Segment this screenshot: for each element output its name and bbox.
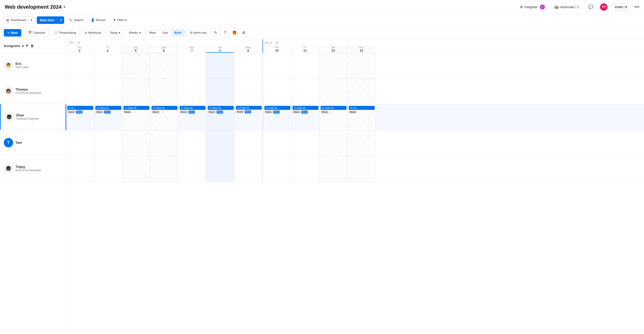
shan-tue8[interactable]: ◎ Daily M... ◎ Daily Meeting Blank 8h/d (207, 104, 235, 130)
eric-wed9[interactable] (234, 53, 262, 78)
settings-button[interactable]: ⚙ (240, 29, 248, 37)
shan-task-thu10[interactable]: ◎ Daily M... (264, 106, 290, 110)
new-item-label[interactable]: New item (37, 16, 58, 24)
teamboard-selector[interactable]: ⊞ Teamboard ... ▾ (4, 17, 35, 24)
invite-button[interactable]: Invite / 8 (611, 4, 631, 10)
day-sun13[interactable]: Sun 13 (347, 46, 376, 52)
day-fri4[interactable]: Fri 4 (94, 46, 122, 53)
day-wed9[interactable]: Wed 9 (234, 46, 262, 53)
trippy-thu10[interactable] (263, 156, 291, 182)
integrate-logo (540, 4, 545, 10)
assignees-filter-icon[interactable]: ⚑ (26, 44, 28, 48)
user-avatar[interactable]: TT (600, 3, 608, 11)
week42-group: Oct ● 42 Thu 10 Fri 11 Sat 12 (263, 39, 376, 53)
eric-mon7[interactable] (178, 53, 206, 78)
clock-icon: 🕐 (54, 31, 58, 34)
shan-thu10[interactable]: ◎ Daily M... Blank 8h/d (264, 104, 292, 130)
sub-view-button[interactable]: Sub (159, 29, 171, 36)
shan-sun6[interactable]: ◎ Daily M... Blank ⚠ (150, 104, 179, 130)
new-item-button[interactable]: New item ▾ (37, 16, 64, 24)
shan-task-sat5[interactable]: ◎ Daily M... (124, 106, 150, 110)
timetracking-button[interactable]: 🕐 Timetracking (50, 29, 80, 36)
thomas-thu10[interactable] (263, 79, 291, 104)
trippy-fri4[interactable] (94, 156, 122, 182)
weeks-button[interactable]: Weeks ▾ (125, 29, 144, 36)
shan-task-mon7[interactable]: ◎ Daily M... (180, 106, 206, 110)
trippy-tue8[interactable] (206, 156, 234, 182)
tam-fri11[interactable] (291, 130, 319, 156)
eric-sat12 (319, 53, 347, 78)
hours-tag: 8h/d (76, 110, 82, 114)
day-thu10[interactable]: Thu 10 (263, 46, 291, 52)
trippy-thu3[interactable] (66, 156, 94, 182)
title-chevron-icon[interactable]: ▾ (64, 5, 65, 9)
shan-task-fri4[interactable]: ◎ Daily M... (95, 106, 121, 110)
workload-button[interactable]: ◎ Workload (81, 29, 105, 36)
day-sat12[interactable]: Sat 12 (319, 46, 347, 52)
shan-thu3[interactable]: ◎ M... Blank 8h/d (66, 104, 94, 130)
tam-tue8[interactable] (206, 130, 234, 156)
day-sun6[interactable]: Sun 6 (150, 46, 178, 53)
chat-button[interactable]: 💬 (586, 3, 596, 11)
shan-task-fri11[interactable]: ◎ Daily M... (292, 106, 318, 110)
items-box-button[interactable]: ⊟ Items box (186, 29, 210, 36)
warn-tag4: ⚠ (160, 110, 164, 114)
new-button[interactable]: + New (4, 29, 21, 36)
shan-task-wed9[interactable]: ••• Daily M... (236, 106, 262, 110)
eric-tue8[interactable] (206, 53, 234, 78)
new-item-arrow-icon[interactable]: ▾ (58, 16, 64, 24)
shan-sat5[interactable]: ◎ Daily M... Blank ⚠ (122, 104, 150, 130)
automate-button[interactable]: 🤖 Automate / 2 (552, 3, 582, 10)
both-view-button[interactable]: Both (171, 29, 185, 36)
shan-fri11[interactable]: ◎ Daily M... Blank 8h/d (292, 104, 320, 130)
tam-thu10[interactable] (263, 130, 291, 156)
eric-fri4[interactable] (94, 53, 122, 78)
day-thu3[interactable]: Thu 3 (66, 46, 94, 53)
tam-wed9[interactable] (234, 130, 262, 156)
tam-fri4[interactable] (94, 130, 122, 156)
thomas-mon7[interactable] (178, 79, 206, 104)
shan-task-tue8[interactable]: ◎ Daily M... ◎ Daily Meeting (208, 106, 234, 110)
trippy-wed9[interactable] (234, 156, 262, 182)
thomas-fri4[interactable] (94, 79, 122, 104)
shan-sat12[interactable]: ◎ Daily M... Blank ⚠ (320, 104, 348, 130)
assignees-trash-icon[interactable]: 🗑 (30, 44, 34, 48)
search-button[interactable]: 🔍 Search (66, 17, 86, 24)
day-sat5[interactable]: Sat 5 (122, 46, 150, 53)
trippy-mon7[interactable] (178, 156, 206, 182)
integrate-button[interactable]: ⊛ Integrate (517, 3, 548, 11)
person-button[interactable]: 👤 Person (88, 17, 108, 24)
thomas-thu3[interactable] (66, 79, 94, 104)
calendar-view-button[interactable]: 📅 Calendar (24, 29, 49, 36)
thomas-tue8[interactable] (206, 79, 234, 104)
shan-task-sun6[interactable]: ◎ Daily M... (152, 106, 178, 110)
refresh-button[interactable]: ↻ (212, 29, 220, 37)
tam-mon7[interactable] (178, 130, 206, 156)
items-box-icon: ⊟ (190, 31, 192, 34)
day-mon7[interactable]: Mon 7 (178, 46, 206, 53)
help-button[interactable]: ? (221, 29, 229, 37)
day-tue8[interactable]: Tue 8 (206, 46, 234, 53)
shan-wed9[interactable]: ••• Daily M... Blank 8h/d (235, 104, 263, 130)
today-button[interactable]: Today ▾ (106, 29, 124, 36)
eric-fri11[interactable] (291, 53, 319, 78)
shan-task-sat12[interactable]: ◎ Daily M... (320, 106, 346, 110)
filter-button[interactable]: ▼ Filter ▾ (110, 17, 130, 24)
main-view-button[interactable]: Main (146, 29, 159, 36)
shan-mon7[interactable]: ◎ Daily M... Blank 8h/d (179, 104, 207, 130)
shan-task-sun13[interactable]: ◎ Da... (349, 106, 375, 110)
eric-thu3[interactable] (66, 53, 94, 78)
thomas-fri11[interactable] (291, 79, 319, 104)
shan-badges-mon7: Blank 8h/d (180, 110, 206, 114)
shan-fri4[interactable]: ◎ Daily M... Blank 8h/d (94, 104, 122, 130)
gift-button[interactable]: 🎁 (230, 29, 238, 37)
thomas-wed9[interactable] (234, 79, 262, 104)
shan-task-thu3[interactable]: ◎ M... (67, 106, 93, 110)
tam-thu3[interactable] (66, 130, 94, 156)
eric-thu10[interactable] (263, 53, 291, 78)
trippy-fri11[interactable] (291, 156, 319, 182)
shan-badges-fri4: Blank 8h/d (95, 110, 121, 114)
more-button[interactable]: ••• (634, 4, 639, 10)
day-fri11[interactable]: Fri 11 (291, 46, 319, 52)
shan-sun13[interactable]: ◎ Da... Blank (348, 104, 376, 130)
